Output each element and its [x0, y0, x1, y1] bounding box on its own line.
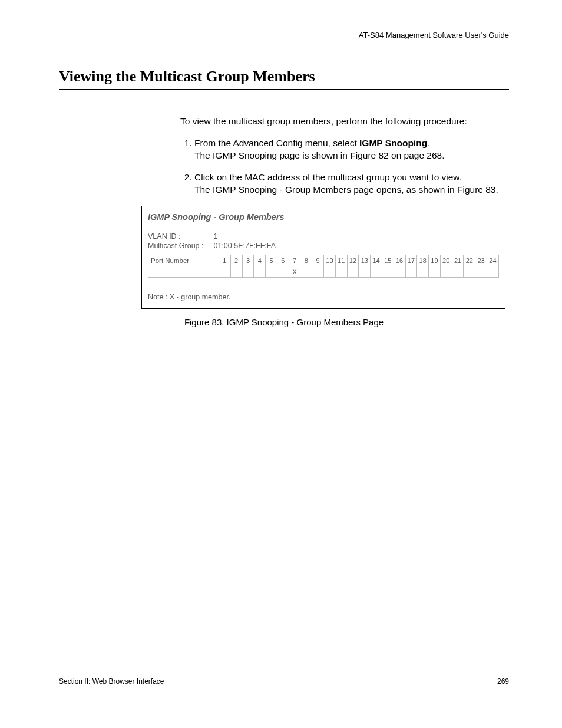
port-member-label [148, 266, 219, 277]
port-member-row: X [148, 266, 499, 277]
page: AT-S84 Management Software User's Guide … [0, 0, 562, 728]
port-col: 14 [371, 255, 382, 266]
port-cell [359, 266, 371, 277]
port-cell [219, 266, 231, 277]
step-2: Click on the MAC address of the multicas… [194, 172, 509, 196]
port-col: 3 [242, 255, 254, 266]
page-footer: Section II: Web Browser Interface 269 [59, 677, 509, 686]
port-cell [254, 266, 266, 277]
running-header: AT-S84 Management Software User's Guide [59, 31, 509, 39]
port-cell [487, 266, 498, 277]
port-cell [242, 266, 254, 277]
port-col: 10 [324, 255, 336, 266]
footer-left: Section II: Web Browser Interface [59, 677, 164, 686]
port-cell [335, 266, 347, 277]
port-cell [347, 266, 359, 277]
vlan-value: 1 [213, 232, 217, 241]
port-col: 9 [312, 255, 324, 266]
intro-paragraph: To view the multicast group members, per… [180, 116, 509, 128]
port-cell [417, 266, 429, 277]
port-col: 1 [219, 255, 231, 266]
port-col: 21 [452, 255, 464, 266]
step-1-post: . [427, 138, 429, 148]
port-col: 24 [487, 255, 498, 266]
port-label: Port Number [148, 255, 219, 266]
port-col: 18 [417, 255, 429, 266]
port-cell [475, 266, 487, 277]
port-cell [429, 266, 441, 277]
port-cell [452, 266, 464, 277]
figure-caption: Figure 83. IGMP Snooping - Group Members… [59, 317, 509, 327]
port-col: 16 [394, 255, 405, 266]
vlan-row: VLAN ID : 1 [148, 232, 499, 241]
footer-right: 269 [497, 677, 509, 686]
procedure-list: From the Advanced Config menu, select IG… [180, 137, 509, 196]
step-1-strong: IGMP Snooping [359, 138, 427, 148]
port-col: 17 [405, 255, 417, 266]
port-cell [464, 266, 475, 277]
port-cell [300, 266, 312, 277]
port-cell [382, 266, 394, 277]
section-heading: Viewing the Multicast Group Members [59, 68, 509, 90]
port-cell [324, 266, 336, 277]
port-cell [405, 266, 417, 277]
port-col: 13 [359, 255, 371, 266]
step-2-sub: The IGMP Snooping - Group Members page o… [194, 184, 509, 196]
port-col: 12 [347, 255, 359, 266]
port-col: 23 [475, 255, 487, 266]
port-col: 6 [277, 255, 289, 266]
body-text: To view the multicast group members, per… [180, 116, 509, 196]
port-cell [230, 266, 242, 277]
port-col: 19 [429, 255, 441, 266]
port-cell [312, 266, 324, 277]
port-cell [440, 266, 452, 277]
port-col: 15 [382, 255, 394, 266]
port-col: 20 [440, 255, 452, 266]
port-col: 22 [464, 255, 475, 266]
port-cell: X [289, 266, 300, 277]
port-col: 8 [300, 255, 312, 266]
port-cell [394, 266, 405, 277]
port-col: 5 [266, 255, 277, 266]
group-value: 01:00:5E:7F:FF:FA [213, 242, 276, 250]
port-header-row: Port Number 1 2 3 4 5 6 7 8 9 10 11 12 1… [148, 255, 499, 266]
group-row: Multicast Group : 01:00:5E:7F:FF:FA [148, 242, 499, 250]
port-table: Port Number 1 2 3 4 5 6 7 8 9 10 11 12 1… [148, 255, 499, 278]
step-1: From the Advanced Config menu, select IG… [194, 137, 509, 162]
figure-box: IGMP Snooping - Group Members VLAN ID : … [141, 206, 505, 309]
port-col: 4 [254, 255, 266, 266]
step-1-pre: From the Advanced Config menu, select [194, 138, 359, 148]
port-col: 2 [230, 255, 242, 266]
port-cell [266, 266, 277, 277]
vlan-label: VLAN ID : [148, 232, 211, 241]
step-2-pre: Click on the MAC address of the multicas… [194, 172, 462, 182]
group-label: Multicast Group : [148, 242, 211, 250]
port-cell [371, 266, 382, 277]
figure-note: Note : X - group member. [148, 293, 499, 301]
step-1-sub: The IGMP Snooping page is shown in Figur… [194, 150, 509, 162]
figure-title: IGMP Snooping - Group Members [148, 212, 499, 222]
port-col: 7 [289, 255, 300, 266]
port-cell [277, 266, 289, 277]
port-col: 11 [335, 255, 347, 266]
